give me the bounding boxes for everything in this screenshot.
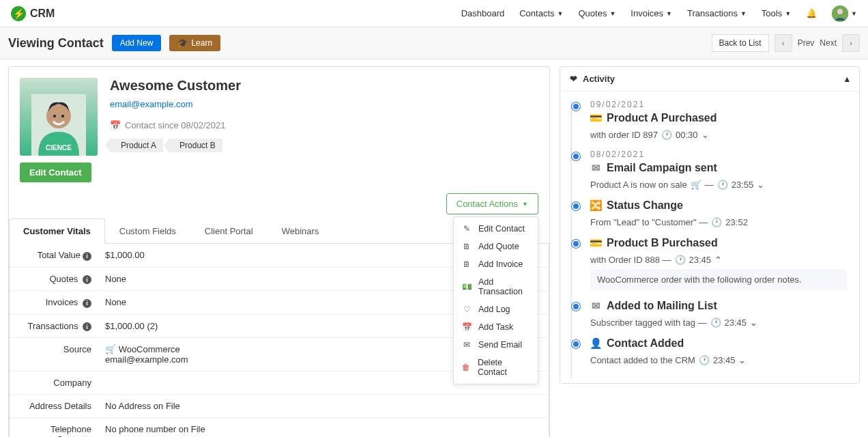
timeline-item: ✉Added to Mailing List Subscriber tagged…: [566, 300, 847, 328]
tag[interactable]: Product A: [110, 139, 163, 152]
cart-icon: 🛒: [105, 344, 116, 354]
action-label: Add Invoice: [478, 259, 523, 269]
learn-label: Learn: [191, 38, 212, 48]
label-text: Quotes: [49, 274, 78, 284]
caret-down-icon: ▼: [785, 10, 791, 17]
action-add-invoice[interactable]: 🗎Add Invoice: [454, 255, 538, 273]
envelope-icon: ✉: [462, 340, 472, 350]
timeline-desc: with order ID 897 🕐 00:30 ⌄: [590, 130, 847, 140]
action-delete-contact[interactable]: 🗑Delete Contact: [454, 354, 538, 381]
action-label: Edit Contact: [478, 224, 525, 234]
timeline-item: 09/02/2021 💳Product A Purchased with ord…: [566, 100, 847, 140]
nav-tools[interactable]: Tools▼: [762, 8, 791, 18]
shuffle-icon: 🔀: [590, 199, 601, 212]
info-icon[interactable]: i: [83, 322, 91, 331]
pencil-icon: ✎: [462, 224, 472, 234]
action-add-task[interactable]: 📅Add Task: [454, 318, 538, 336]
clock-icon: 🕐: [661, 130, 672, 140]
contact-email[interactable]: email@example.com: [110, 99, 538, 109]
file-icon: 🗎: [462, 259, 472, 269]
timeline-dot: [572, 202, 580, 210]
chevron-down-icon[interactable]: ⌄: [750, 318, 757, 328]
caret-down-icon: ▼: [851, 10, 857, 17]
vitals-label: Transactions i: [10, 315, 98, 338]
timeline-title-text: Product A Purchased: [607, 112, 717, 124]
contact-tags: Product A Product B: [110, 139, 538, 152]
vitals-label: Source: [10, 338, 98, 371]
add-new-label: Add New: [120, 38, 154, 48]
main-content: CIENCE Edit Contact Awesome Customer ema…: [0, 59, 868, 437]
bell-icon[interactable]: 🔔: [806, 8, 817, 18]
action-add-transaction[interactable]: 💵Add Transaction: [454, 273, 538, 300]
label-text: Invoices: [46, 297, 78, 307]
chevron-down-icon[interactable]: ⌄: [757, 180, 764, 190]
info-icon[interactable]: i: [83, 252, 91, 261]
tag[interactable]: Product B: [169, 139, 222, 152]
timeline-title: 💳Product B Purchased: [590, 237, 847, 249]
chevron-down-icon[interactable]: ⌄: [701, 130, 709, 140]
clock-icon: 🕐: [710, 318, 721, 328]
tab-client-portal[interactable]: Client Portal: [190, 218, 267, 244]
timeline-desc: Product A is now on sale 🛒 — 🕐 23:55 ⌄: [590, 180, 847, 190]
nav-links: Dashboard Contacts▼ Quotes▼ Invoices▼ Tr…: [461, 5, 857, 22]
tab-customer-vitals[interactable]: Customer Vitals: [9, 218, 105, 244]
action-send-email[interactable]: ✉Send Email: [454, 336, 538, 354]
info-icon[interactable]: i: [83, 275, 91, 284]
action-label: Add Transaction: [478, 277, 530, 296]
envelope-icon: ✉: [590, 300, 601, 312]
contact-actions-button[interactable]: Contact Actions ▼: [446, 193, 538, 214]
caret-down-icon: ▼: [522, 201, 528, 208]
chevron-down-icon[interactable]: ⌄: [738, 355, 746, 365]
info-icon[interactable]: i: [83, 299, 91, 308]
activity-card: ❤ Activity ▴ 09/02/2021 💳Product A Purch…: [560, 66, 860, 384]
vitals-label: Invoices i: [10, 291, 98, 314]
action-add-log[interactable]: ♡Add Log: [454, 300, 538, 318]
next-button[interactable]: Next: [820, 38, 837, 48]
vitals-row-address: Address Details No Address on File: [10, 394, 549, 417]
subheader-right: Back to List ‹ Prev Next ›: [712, 34, 860, 52]
svg-point-5: [61, 115, 64, 117]
chevron-up-icon[interactable]: ⌃: [714, 255, 722, 265]
desc-text: with order ID 897: [590, 130, 658, 140]
timeline-title: 👤Contact Added: [590, 337, 847, 350]
contact-photo-column: CIENCE Edit Contact: [20, 78, 98, 182]
nav-quotes[interactable]: Quotes▼: [578, 8, 616, 18]
tab-label: Client Portal: [205, 226, 253, 236]
action-add-quote[interactable]: 🗎Add Quote: [454, 238, 538, 255]
timeline-title-text: Product B Purchased: [607, 237, 718, 249]
card-icon: 💳: [590, 112, 601, 124]
tab-webinars[interactable]: Webinars: [267, 218, 334, 244]
activity-title: ❤ Activity: [570, 74, 615, 84]
prev-arrow-button[interactable]: ‹: [775, 34, 792, 52]
time-text: 00:30: [676, 130, 698, 140]
activity-header[interactable]: ❤ Activity ▴: [560, 67, 859, 91]
person-icon: 👤: [590, 337, 601, 350]
nav-transactions[interactable]: Transactions▼: [687, 8, 747, 18]
nav-dashboard[interactable]: Dashboard: [461, 8, 505, 18]
label-text: Total Value: [38, 250, 81, 260]
cart-icon: 🛒: [691, 180, 701, 190]
heart-icon: ♡: [462, 305, 472, 314]
edit-contact-button[interactable]: Edit Contact: [20, 163, 91, 182]
action-label: Add Quote: [478, 242, 519, 251]
prev-button[interactable]: Prev: [798, 38, 815, 48]
chevron-up-icon[interactable]: ▴: [845, 74, 850, 84]
learn-button[interactable]: 🎓Learn: [169, 35, 220, 51]
nav-contacts[interactable]: Contacts▼: [519, 8, 563, 18]
svg-text:CIENCE: CIENCE: [46, 144, 72, 152]
action-edit-contact[interactable]: ✎Edit Contact: [454, 220, 538, 238]
contact-photo: CIENCE: [20, 78, 98, 156]
action-label: Delete Contact: [478, 358, 530, 377]
nav-transactions-label: Transactions: [687, 8, 738, 18]
back-to-list-button[interactable]: Back to List: [712, 34, 769, 52]
time-text: 23:45: [689, 255, 712, 265]
user-menu[interactable]: ▼: [832, 5, 857, 22]
contact-since: 📅 Contact since 08/02/2021: [110, 120, 538, 130]
nav-invoices[interactable]: Invoices▼: [631, 8, 672, 18]
add-new-button[interactable]: Add New: [112, 35, 162, 51]
timeline-dot: [572, 340, 580, 348]
avatar: [832, 5, 848, 22]
tab-custom-fields[interactable]: Custom Fields: [105, 218, 190, 244]
next-arrow-button[interactable]: ›: [842, 34, 860, 52]
page-title: Viewing Contact: [8, 36, 104, 51]
